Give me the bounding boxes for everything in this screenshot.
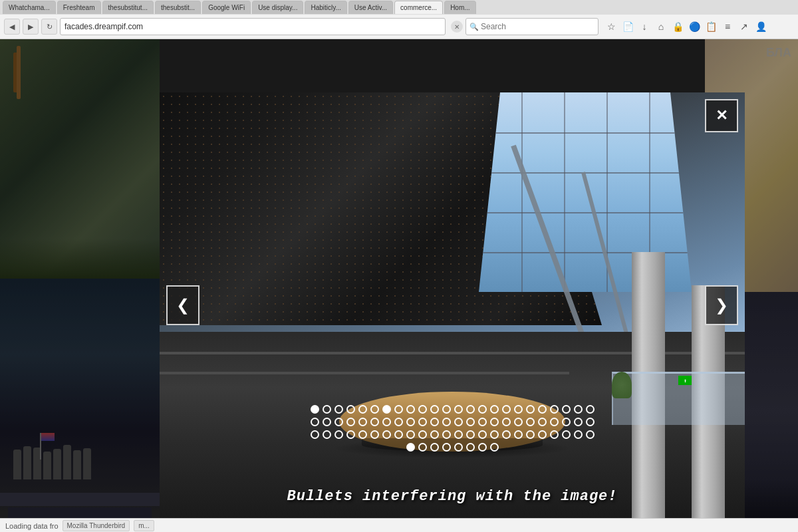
bullet-r3-24[interactable] (586, 430, 595, 439)
bullet-r3-2[interactable] (323, 430, 331, 439)
bullet-r3-15[interactable] (478, 430, 487, 439)
download-icon[interactable]: ↓ (637, 19, 652, 34)
duckduckgo-icon[interactable]: 🔒 (670, 19, 685, 34)
bullet-r2-1[interactable] (311, 418, 319, 426)
bullet-r1-14[interactable] (466, 405, 475, 414)
address-close-button[interactable]: ✕ (451, 21, 463, 33)
bullet-r1-19[interactable] (526, 405, 535, 414)
tab-10[interactable]: Hom... (444, 1, 475, 14)
bullet-r1-7[interactable] (382, 405, 391, 414)
bullet-r4-6[interactable] (466, 443, 475, 452)
bullet-r3-13[interactable] (454, 430, 463, 439)
bullet-r3-19[interactable] (526, 430, 535, 439)
bullet-r2-15[interactable] (478, 418, 487, 426)
status-bar-item-2[interactable]: m... (134, 520, 154, 531)
bullet-r4-2[interactable] (418, 443, 427, 452)
avatar-icon[interactable]: 👤 (753, 19, 768, 34)
bullet-r1-6[interactable] (370, 405, 379, 414)
bullet-r2-21[interactable] (550, 418, 559, 426)
bullet-r2-8[interactable] (394, 418, 403, 426)
tab-6[interactable]: Use display... (252, 1, 303, 14)
bullet-r3-3[interactable] (334, 430, 343, 439)
bullet-r4-1[interactable] (406, 443, 415, 452)
bullet-r3-14[interactable] (466, 430, 475, 439)
bullet-r3-5[interactable] (358, 430, 367, 439)
bullet-r2-6[interactable] (370, 418, 379, 426)
bullet-r1-2[interactable] (323, 405, 331, 414)
reload-button[interactable]: ↻ (41, 19, 57, 35)
tab-7[interactable]: Habiticly... (305, 1, 346, 14)
bullet-r3-8[interactable] (394, 430, 403, 439)
ext3-icon[interactable]: ↗ (737, 19, 751, 34)
bullet-r3-6[interactable] (370, 430, 379, 439)
bullet-r1-11[interactable] (430, 405, 439, 414)
bullet-r2-12[interactable] (442, 418, 451, 426)
bullet-r3-4[interactable] (346, 430, 355, 439)
bullet-r1-15[interactable] (478, 405, 487, 414)
bullet-r2-16[interactable] (490, 418, 499, 426)
bullet-r3-9[interactable] (406, 430, 415, 439)
tab-8[interactable]: Use Activ... (348, 1, 393, 14)
lightbox-prev-button[interactable]: ❮ (166, 285, 200, 325)
search-input[interactable] (466, 18, 598, 35)
bullet-r3-17[interactable] (502, 430, 511, 439)
bullet-r3-22[interactable] (562, 430, 571, 439)
bullet-r4-3[interactable] (430, 443, 439, 452)
bullet-r1-24[interactable] (586, 405, 595, 414)
tab-3[interactable]: thesubstitut... (102, 1, 154, 14)
bullet-r3-12[interactable] (442, 430, 451, 439)
ext2-icon[interactable]: 📋 (704, 19, 718, 34)
reader-icon[interactable]: 📄 (620, 19, 635, 34)
ext1-icon[interactable]: 🔵 (687, 19, 702, 34)
bullet-r1-9[interactable] (406, 405, 415, 414)
tab-9[interactable]: commerce... (394, 1, 443, 14)
bullet-r1-22[interactable] (562, 405, 571, 414)
bullet-r1-23[interactable] (574, 405, 583, 414)
bullet-r1-16[interactable] (490, 405, 499, 414)
bullet-r1-1[interactable] (311, 405, 319, 414)
bullet-r3-1[interactable] (311, 430, 319, 439)
address-bar[interactable]: facades.dreampif.com (60, 18, 446, 35)
bullet-r2-17[interactable] (502, 418, 511, 426)
back-button[interactable]: ◀ (4, 19, 20, 35)
bullet-r2-13[interactable] (454, 418, 463, 426)
bullet-r2-23[interactable] (574, 418, 583, 426)
tab-2[interactable]: Freshteam (57, 1, 101, 14)
bullet-r2-10[interactable] (418, 418, 427, 426)
bullet-r3-7[interactable] (382, 430, 391, 439)
forward-button[interactable]: ▶ (23, 19, 39, 35)
home-icon[interactable]: ⌂ (654, 19, 668, 34)
tab-4[interactable]: thesubstit... (155, 1, 201, 14)
tab-5[interactable]: Google WiFi (202, 1, 251, 14)
bullet-r1-10[interactable] (418, 405, 427, 414)
bullet-r3-18[interactable] (514, 430, 523, 439)
bullet-r1-4[interactable] (346, 405, 355, 414)
bullet-r2-22[interactable] (562, 418, 571, 426)
bullet-r3-21[interactable] (550, 430, 559, 439)
status-bar-thunderbird[interactable]: Mozilla Thunderbird (63, 520, 130, 531)
bullet-r1-8[interactable] (394, 405, 403, 414)
bullet-r1-21[interactable] (550, 405, 559, 414)
tab-1[interactable]: Whatchama... (3, 1, 56, 14)
bullet-r2-19[interactable] (526, 418, 535, 426)
bullet-r1-17[interactable] (502, 405, 511, 414)
bullet-r2-4[interactable] (346, 418, 355, 426)
bullet-r1-13[interactable] (454, 405, 463, 414)
bullet-r3-16[interactable] (490, 430, 499, 439)
bullet-r2-20[interactable] (538, 418, 547, 426)
bullet-r2-24[interactable] (586, 418, 595, 426)
bullet-r3-23[interactable] (574, 430, 583, 439)
bullet-r4-4[interactable] (442, 443, 451, 452)
bullet-r2-2[interactable] (323, 418, 331, 426)
bullet-r3-11[interactable] (430, 430, 439, 439)
bullet-r4-7[interactable] (478, 443, 487, 452)
bullet-r2-18[interactable] (514, 418, 523, 426)
bookmark-icon[interactable]: ☆ (604, 19, 618, 34)
bullet-r1-20[interactable] (538, 405, 547, 414)
bullet-r2-3[interactable] (334, 418, 343, 426)
bullet-r2-14[interactable] (466, 418, 475, 426)
bullet-r4-5[interactable] (454, 443, 463, 452)
bullet-r1-18[interactable] (514, 405, 523, 414)
menu-icon[interactable]: ≡ (720, 19, 735, 34)
bullet-r2-5[interactable] (358, 418, 367, 426)
